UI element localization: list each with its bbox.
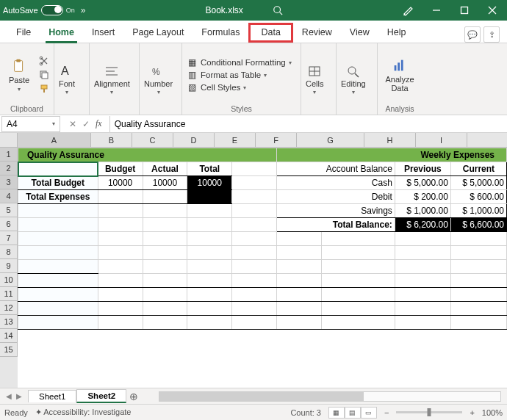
conditional-formatting-button[interactable]: ▦Conditional Formatting▾ (187, 57, 292, 68)
cell[interactable] (450, 232, 506, 246)
zoom-in-button[interactable]: + (470, 408, 474, 417)
cell[interactable]: Debit (277, 190, 395, 204)
cell[interactable] (187, 190, 232, 204)
col-header[interactable]: I (416, 133, 467, 147)
cut-icon[interactable] (38, 56, 49, 67)
cell[interactable] (277, 288, 322, 302)
col-header[interactable]: B (91, 133, 132, 147)
cell[interactable] (98, 274, 143, 288)
cell[interactable] (395, 316, 450, 330)
accessibility-status[interactable]: ✦ Accessibility: Investigate (35, 408, 132, 417)
cell[interactable] (18, 274, 98, 288)
add-sheet-button[interactable]: ⊕ (126, 391, 141, 402)
cells-group-button[interactable]: Cells ▾ (306, 64, 323, 95)
cell[interactable]: Total Balance: (277, 218, 395, 232)
cell[interactable]: $ 6,600.00 (450, 218, 506, 232)
cell[interactable]: $ 1,000.00 (395, 204, 450, 218)
pen-icon[interactable] (397, 0, 420, 21)
close-button[interactable] (481, 0, 504, 21)
cell[interactable] (321, 288, 395, 302)
cell[interactable] (98, 218, 143, 232)
cell[interactable] (450, 288, 506, 302)
sheet-tab[interactable]: Sheet1 (28, 390, 76, 402)
copy-icon[interactable] (38, 70, 49, 81)
cell[interactable] (98, 246, 143, 260)
fx-icon[interactable]: fx (96, 118, 102, 129)
cell[interactable] (18, 218, 98, 232)
row-header[interactable]: 7 (0, 231, 18, 245)
cell[interactable] (18, 302, 98, 316)
cell[interactable]: 10000 (98, 176, 143, 190)
paste-button[interactable]: Paste ▾ (4, 58, 34, 93)
cell[interactable] (395, 246, 450, 260)
name-box[interactable]: A4 ▾ (1, 116, 60, 132)
row-header[interactable]: 11 (0, 287, 18, 301)
cell[interactable] (321, 274, 395, 288)
col-header[interactable]: H (364, 133, 416, 147)
cell[interactable] (187, 246, 232, 260)
cell[interactable] (450, 302, 506, 316)
cell[interactable]: Current (450, 162, 506, 176)
cell[interactable] (277, 260, 322, 274)
cell[interactable] (277, 246, 322, 260)
cell[interactable] (232, 176, 277, 190)
cell[interactable]: Savings (277, 204, 395, 218)
cell[interactable]: Account Balance (277, 162, 395, 176)
view-page-layout-button[interactable]: ▤ (345, 407, 361, 419)
number-group-button[interactable]: % Number ▾ (144, 64, 173, 95)
row-header[interactable]: 1 (0, 148, 18, 162)
row-header[interactable]: 6 (0, 217, 18, 231)
comments-icon[interactable]: 💬 (464, 26, 481, 43)
view-normal-button[interactable]: ▦ (328, 407, 345, 419)
alignment-group-button[interactable]: Alignment ▾ (94, 64, 130, 95)
cell[interactable] (143, 274, 187, 288)
row-header[interactable]: 12 (0, 301, 18, 315)
row-header[interactable]: 9 (0, 259, 18, 273)
cell[interactable] (187, 204, 232, 218)
analyze-data-button[interactable]: Analyze Data (382, 57, 417, 93)
col-header[interactable]: C (132, 133, 173, 147)
row-header[interactable]: 2 (0, 162, 18, 175)
col-header[interactable]: A (18, 133, 91, 147)
cell[interactable] (143, 218, 187, 232)
tab-home[interactable]: Home (40, 23, 83, 43)
cell[interactable] (232, 302, 277, 316)
banner-left[interactable]: Quality Assurance (18, 148, 277, 162)
autosave-control[interactable]: AutoSave On (3, 5, 75, 15)
cell[interactable] (395, 302, 450, 316)
sheet-nav-prev-icon[interactable]: ◀ (6, 392, 12, 400)
cell[interactable]: $ 5,000.00 (450, 176, 506, 190)
cells-table[interactable]: Quality AssuranceWeekly Expenses Budget … (18, 148, 507, 330)
cell[interactable] (232, 232, 277, 246)
autosave-toggle[interactable] (41, 5, 63, 15)
horizontal-scrollbar[interactable] (159, 391, 501, 402)
cell[interactable]: Cash (277, 176, 395, 190)
cell[interactable] (395, 232, 450, 246)
cell[interactable] (232, 246, 277, 260)
cell[interactable] (450, 316, 506, 330)
formula-input[interactable]: Quality Assurance (109, 116, 507, 132)
cell[interactable] (143, 316, 187, 330)
cell[interactable] (187, 288, 232, 302)
cell[interactable] (143, 260, 187, 274)
cell[interactable] (321, 260, 395, 274)
cell[interactable] (187, 274, 232, 288)
format-painter-icon[interactable] (38, 84, 49, 95)
cell[interactable]: Total (187, 162, 232, 176)
cell[interactable] (321, 316, 395, 330)
cell[interactable] (187, 316, 232, 330)
cell[interactable]: $ 200.00 (395, 190, 450, 204)
cell[interactable] (232, 218, 277, 232)
tab-review[interactable]: Review (293, 23, 341, 43)
share-icon[interactable]: ⇪ (483, 26, 500, 43)
cell[interactable] (18, 204, 98, 218)
cell[interactable] (18, 316, 98, 330)
cell[interactable] (395, 288, 450, 302)
cell[interactable] (450, 246, 506, 260)
cell[interactable] (98, 204, 143, 218)
cell[interactable] (232, 190, 277, 204)
minimize-button[interactable] (425, 0, 448, 21)
zoom-slider[interactable] (396, 411, 462, 413)
col-header[interactable]: F (256, 133, 297, 147)
row-header[interactable]: 8 (0, 245, 18, 259)
